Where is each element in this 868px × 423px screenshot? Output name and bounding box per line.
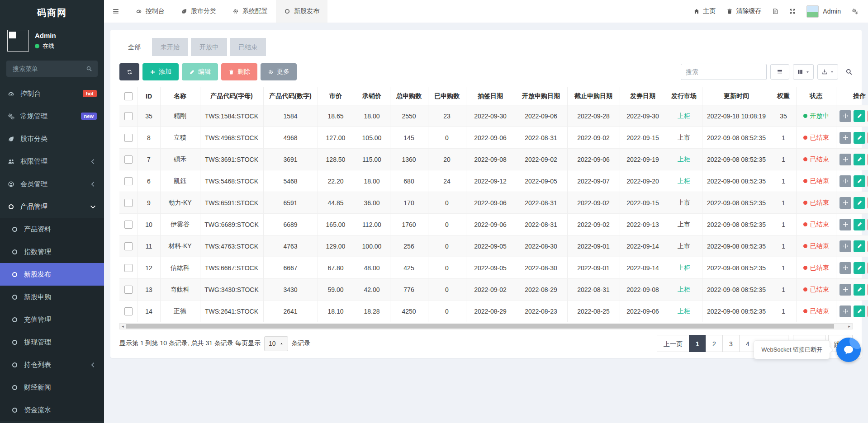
fullscreen-button[interactable] — [789, 8, 796, 14]
sidebar-item-10[interactable]: 充值管理 — [0, 308, 104, 331]
settings-button[interactable] — [852, 8, 858, 14]
row-edit-button[interactable] — [854, 306, 865, 317]
document-button[interactable] — [772, 8, 778, 14]
row-checkbox[interactable] — [124, 264, 133, 272]
topnav-item-0[interactable]: 控制台 — [128, 0, 173, 23]
row-edit-button[interactable] — [854, 132, 865, 144]
tab-3[interactable]: 已结束 — [230, 38, 266, 56]
row-checkbox[interactable] — [124, 112, 133, 120]
market-link[interactable]: 上柜 — [678, 155, 690, 163]
sidebar-item-14[interactable]: 资金流水 — [0, 399, 104, 421]
row-edit-button[interactable] — [854, 219, 865, 230]
row-edit-button[interactable] — [854, 175, 865, 187]
sidebar-item-7[interactable]: 指数管理 — [0, 240, 104, 263]
row-move-button[interactable] — [840, 175, 851, 187]
chat-widget-button[interactable] — [836, 338, 861, 362]
sidebar-toggle-button[interactable] — [104, 0, 128, 23]
column-id[interactable]: ID — [138, 87, 160, 105]
scroll-right-arrow-icon[interactable]: ▸ — [846, 324, 852, 329]
scrollbar-thumb[interactable] — [126, 324, 834, 329]
page-1-button[interactable]: 1 — [689, 335, 706, 352]
sidebar-item-12[interactable]: 持仓列表 — [0, 353, 104, 376]
row-edit-button[interactable] — [854, 154, 865, 165]
row-move-button[interactable] — [840, 284, 851, 296]
column-issue_date[interactable]: 发券日期 — [620, 87, 666, 105]
sidebar-item-1[interactable]: 常规管理new — [0, 105, 104, 127]
row-edit-button[interactable] — [854, 197, 865, 209]
row-checkbox[interactable] — [124, 307, 133, 315]
sidebar-item-11[interactable]: 提现管理 — [0, 331, 104, 353]
row-move-button[interactable] — [840, 132, 851, 144]
column-weight[interactable]: 权重 — [771, 87, 796, 105]
tab-1[interactable]: 未开始 — [152, 38, 188, 56]
table-search-input[interactable] — [681, 64, 767, 80]
tab-2[interactable]: 开放中 — [191, 38, 227, 56]
tab-0[interactable]: 全部 — [119, 38, 149, 56]
clear-cache-link[interactable]: 清除缓存 — [726, 7, 761, 15]
market-link[interactable]: 上柜 — [678, 286, 690, 293]
row-edit-button[interactable] — [854, 284, 865, 296]
search-icon[interactable] — [845, 68, 853, 75]
row-checkbox[interactable] — [124, 242, 133, 250]
row-edit-button[interactable] — [854, 262, 865, 274]
row-move-button[interactable] — [840, 219, 851, 230]
row-move-button[interactable] — [840, 262, 851, 274]
column-price[interactable]: 市价 — [318, 87, 354, 105]
page-size-select[interactable]: 10 — [264, 336, 288, 351]
column-code_alpha[interactable]: 产品代码(字母) — [200, 87, 263, 105]
column-name[interactable]: 名称 — [160, 87, 200, 105]
row-checkbox[interactable] — [124, 286, 133, 294]
sidebar-item-0[interactable]: 控制台hot — [0, 82, 104, 105]
sidebar-item-6[interactable]: 产品资料 — [0, 218, 104, 240]
select-all-checkbox[interactable] — [119, 87, 138, 105]
market-link[interactable]: 上市 — [678, 199, 690, 206]
column-total_subscribe[interactable]: 总申购数 — [390, 87, 428, 105]
more-button[interactable]: 更多 — [261, 63, 297, 80]
home-link[interactable]: 主页 — [693, 7, 716, 15]
market-link[interactable]: 上柜 — [678, 177, 690, 184]
columns-button[interactable] — [793, 64, 814, 80]
sidebar-item-4[interactable]: 会员管理 — [0, 173, 104, 195]
row-checkbox[interactable] — [124, 134, 133, 142]
delete-button[interactable]: 删除 — [221, 63, 257, 80]
column-code_num[interactable]: 产品代码(数字) — [263, 87, 318, 105]
topnav-item-1[interactable]: 股市分类 — [173, 0, 224, 23]
sidebar-item-13[interactable]: 财经新闻 — [0, 376, 104, 399]
market-link[interactable]: 上柜 — [678, 112, 690, 119]
row-move-button[interactable] — [840, 197, 851, 209]
sidebar-item-9[interactable]: 新股申购 — [0, 286, 104, 308]
column-ops[interactable]: 操作 — [836, 87, 868, 105]
row-move-button[interactable] — [840, 306, 851, 317]
horizontal-scrollbar[interactable]: ◂ ▸ — [119, 323, 853, 329]
column-close_date[interactable]: 截止申购日期 — [567, 87, 620, 105]
edit-button[interactable]: 编辑 — [182, 63, 218, 80]
sidebar-search-input[interactable] — [12, 65, 86, 73]
column-underwrite_price[interactable]: 承销价 — [354, 87, 390, 105]
column-subscribed[interactable]: 已申购数 — [428, 87, 466, 105]
toggle-view-button[interactable] — [770, 64, 789, 80]
refresh-button[interactable] — [119, 63, 139, 80]
market-link[interactable]: 上柜 — [678, 307, 690, 315]
row-edit-button[interactable] — [854, 110, 865, 122]
row-move-button[interactable] — [840, 240, 851, 252]
column-open_date[interactable]: 开放申购日期 — [515, 87, 567, 105]
row-checkbox[interactable] — [124, 199, 133, 207]
sidebar-item-8[interactable]: 新股发布 — [0, 263, 104, 286]
market-link[interactable]: 上市 — [678, 221, 690, 228]
market-link[interactable]: 上市 — [678, 242, 690, 249]
row-move-button[interactable] — [840, 154, 851, 165]
market-link[interactable]: 上市 — [678, 134, 690, 141]
scroll-left-arrow-icon[interactable]: ◂ — [120, 324, 126, 329]
column-draw_date[interactable]: 抽签日期 — [466, 87, 515, 105]
row-checkbox[interactable] — [124, 155, 133, 164]
sidebar-item-2[interactable]: 股市分类 — [0, 127, 104, 150]
page-2-button[interactable]: 2 — [706, 335, 723, 352]
sidebar-item-3[interactable]: 权限管理 — [0, 150, 104, 173]
row-move-button[interactable] — [840, 110, 851, 122]
row-checkbox[interactable] — [124, 221, 133, 229]
market-link[interactable]: 上柜 — [678, 264, 690, 271]
column-status[interactable]: 状态 — [796, 87, 836, 105]
prev-page-button[interactable]: 上一页 — [657, 335, 689, 352]
export-button[interactable] — [817, 64, 838, 80]
column-updated_at[interactable]: 更新时间 — [702, 87, 771, 105]
